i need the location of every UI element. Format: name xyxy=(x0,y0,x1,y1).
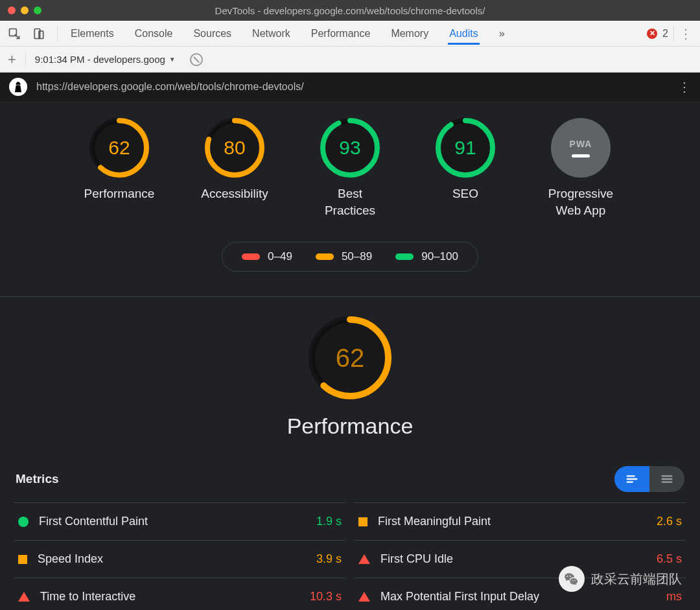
metric-name: Max Potential First Input Delay xyxy=(380,590,656,604)
plus-icon[interactable]: + xyxy=(8,51,16,68)
metric-value: 3.9 s xyxy=(316,552,342,566)
audit-run-label: 9:01:34 PM - developers.goog xyxy=(35,54,165,65)
pwa-text: PWA xyxy=(570,139,592,149)
view-toggle xyxy=(614,466,684,492)
metric-value: ms xyxy=(666,590,682,604)
inspect-icon[interactable] xyxy=(8,27,21,40)
gauge-pwa[interactable]: PWA Progressive Web App xyxy=(542,118,620,218)
metric-value: 6.5 s xyxy=(657,552,682,566)
metric-row[interactable]: Speed Index 3.9 s xyxy=(14,540,345,578)
legend-item-avg: 50–89 xyxy=(316,250,372,263)
pwa-bar-icon xyxy=(572,154,590,158)
audit-run-selector[interactable]: 9:01:34 PM - developers.goog ▼ xyxy=(35,54,176,65)
divider xyxy=(673,26,674,41)
window-titlebar: DevTools - developers.google.com/web/too… xyxy=(0,0,700,21)
metric-status-icon xyxy=(358,517,368,526)
section-performance: 62 Performance xyxy=(0,297,700,461)
metric-row[interactable]: Time to Interactive 10.3 s xyxy=(14,578,345,610)
legend-range: 0–49 xyxy=(268,250,292,263)
metric-status-icon xyxy=(358,554,370,564)
audited-url: https://developers.google.com/web/tools/… xyxy=(36,81,669,93)
divider xyxy=(57,26,58,41)
metric-value: 10.3 s xyxy=(310,590,342,604)
gauge-seo[interactable]: 91 SEO xyxy=(426,118,504,218)
gauge-label: Performance xyxy=(84,185,155,202)
metric-status-icon xyxy=(18,555,27,564)
metrics-header: Metrics xyxy=(0,461,700,502)
gauge-performance[interactable]: 62 Performance xyxy=(80,118,158,218)
device-icon[interactable] xyxy=(32,27,45,40)
tab-network[interactable]: Network xyxy=(251,23,292,45)
gauge-label: Accessibility xyxy=(201,185,268,202)
devtools-toolbar: Elements Console Sources Network Perform… xyxy=(0,21,700,47)
metric-name: First CPU Idle xyxy=(380,552,646,566)
legend-swatch-red xyxy=(242,253,260,260)
tab-sources[interactable]: Sources xyxy=(192,23,233,45)
tab-elements[interactable]: Elements xyxy=(69,23,115,45)
gauge-label: SEO xyxy=(452,185,478,202)
toggle-expanded-view[interactable] xyxy=(614,466,649,492)
lighthouse-icon xyxy=(9,78,27,96)
kebab-icon[interactable]: ⋮ xyxy=(678,79,691,95)
metric-value: 1.9 s xyxy=(316,515,342,528)
legend-item-fail: 0–49 xyxy=(242,250,292,263)
error-icon[interactable]: ✕ xyxy=(647,29,657,39)
tab-memory[interactable]: Memory xyxy=(390,23,430,45)
pwa-badge: PWA xyxy=(551,118,611,178)
window-title: DevTools - developers.google.com/web/too… xyxy=(0,5,700,16)
metric-name: Time to Interactive xyxy=(40,590,299,604)
metric-status-icon xyxy=(358,592,370,602)
metrics-title: Metrics xyxy=(16,472,59,486)
score-legend: 0–49 50–89 90–100 xyxy=(0,242,700,272)
gauge-label: Progressive Web App xyxy=(548,185,613,218)
metric-row[interactable]: Max Potential First Input Delay ms xyxy=(355,578,686,610)
audit-subbar: + 9:01:34 PM - developers.goog ▼ xyxy=(0,47,700,73)
metric-status-icon xyxy=(18,517,29,527)
gauge-score: 91 xyxy=(454,137,476,159)
metric-name: First Contentful Paint xyxy=(39,515,306,528)
legend-range: 50–89 xyxy=(342,250,372,263)
legend-swatch-green xyxy=(395,253,414,260)
devtools-tabs: Elements Console Sources Network Perform… xyxy=(69,23,635,45)
legend-swatch-orange xyxy=(316,253,334,260)
tab-performance[interactable]: Performance xyxy=(310,23,372,45)
gauge-label: Best Practices xyxy=(325,185,375,218)
toggle-compact-view[interactable] xyxy=(649,466,684,492)
divider xyxy=(25,53,26,67)
gauge-accessibility[interactable]: 80 Accessibility xyxy=(196,118,274,218)
metric-value: 2.6 s xyxy=(657,515,682,528)
metric-status-icon xyxy=(18,592,30,602)
score-gauges: 62 Performance 80 Accessibility 93 Best … xyxy=(0,101,700,230)
toolbar-status: ✕ 2 ⋮ xyxy=(647,26,692,41)
metric-row[interactable]: First Meaningful Paint 2.6 s xyxy=(355,502,686,540)
error-count: 2 xyxy=(662,28,668,40)
chevron-down-icon: ▼ xyxy=(169,56,176,63)
legend-range: 90–100 xyxy=(421,250,458,263)
report-content: 62 Performance 80 Accessibility 93 Best … xyxy=(0,101,700,610)
section-title: Performance xyxy=(287,414,414,439)
gauge-best-practices[interactable]: 93 Best Practices xyxy=(311,118,389,218)
gauge-score: 62 xyxy=(108,137,130,159)
metric-name: Speed Index xyxy=(38,552,306,566)
gauge-score: 80 xyxy=(224,137,245,159)
legend-item-pass: 90–100 xyxy=(395,250,458,263)
gauge-score: 93 xyxy=(339,137,360,159)
tab-overflow[interactable]: » xyxy=(498,23,506,45)
tab-console[interactable]: Console xyxy=(134,23,174,45)
tab-audits[interactable]: Audits xyxy=(448,23,479,45)
metric-row[interactable]: First CPU Idle 6.5 s xyxy=(355,540,686,578)
audit-url-bar: https://developers.google.com/web/tools/… xyxy=(0,73,700,101)
metric-row[interactable]: First Contentful Paint 1.9 s xyxy=(14,502,345,540)
metric-name: First Meaningful Paint xyxy=(378,515,646,528)
kebab-icon[interactable]: ⋮ xyxy=(679,26,692,41)
metrics-grid: First Contentful Paint 1.9 s First Meani… xyxy=(0,502,700,610)
clear-icon[interactable] xyxy=(190,53,203,66)
